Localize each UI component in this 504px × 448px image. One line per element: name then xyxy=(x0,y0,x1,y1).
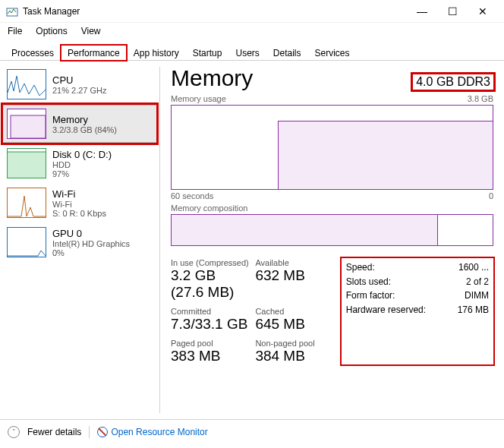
resource-monitor-icon xyxy=(97,427,108,437)
menu-options[interactable]: Options xyxy=(34,24,68,38)
disk-title: Disk 0 (C: D:) xyxy=(52,149,112,160)
gpu-thumbnail-icon xyxy=(7,227,46,257)
available-value: 632 MB xyxy=(255,267,335,284)
sidebar: CPU 21% 2.27 GHz Memory 3.2/3.8 GB (84%) xyxy=(0,61,159,419)
paged-value: 383 MB xyxy=(171,348,250,364)
slots-label: Slots used: xyxy=(346,275,391,289)
available-label: Available xyxy=(255,258,335,267)
disk-sub1: HDD xyxy=(52,160,112,169)
inuse-label: In use (Compressed) xyxy=(171,258,250,267)
usage-label: Memory usage xyxy=(171,94,226,103)
memory-title: Memory xyxy=(52,114,117,125)
gpu-sub2: 0% xyxy=(52,248,130,257)
wifi-sub2: S: 0 R: 0 Kbps xyxy=(52,209,106,218)
sidebar-item-cpu[interactable]: CPU 21% 2.27 GHz xyxy=(3,65,156,103)
cached-value: 645 MB xyxy=(255,316,335,333)
form-label: Form factor: xyxy=(346,289,395,303)
sidebar-item-gpu[interactable]: GPU 0 Intel(R) HD Graphics 0% xyxy=(3,223,156,261)
hw-label: Hardware reserved: xyxy=(346,303,426,317)
body: CPU 21% 2.27 GHz Memory 3.2/3.8 GB (84%) xyxy=(0,61,504,419)
wifi-title: Wi-Fi xyxy=(52,188,106,200)
titlebar: Task Manager — ☐ ✕ xyxy=(0,0,504,23)
committed-value: 7.3/33.1 GB xyxy=(171,316,250,333)
usage-max: 3.8 GB xyxy=(468,94,493,103)
cpu-sub: 21% 2.27 GHz xyxy=(52,86,107,95)
minimize-button[interactable]: — xyxy=(407,5,437,17)
task-manager-icon xyxy=(6,5,18,17)
nonpaged-value: 384 MB xyxy=(255,348,335,364)
form-value: DIMM xyxy=(465,289,489,303)
sidebar-item-memory[interactable]: Memory 3.2/3.8 GB (84%) xyxy=(3,105,156,143)
speed-label: Speed: xyxy=(346,260,375,275)
cpu-title: CPU xyxy=(52,74,107,86)
divider xyxy=(89,426,90,438)
memory-details-box: Speed:1600 ... Slots used:2 of 2 Form fa… xyxy=(342,258,493,364)
gpu-title: GPU 0 xyxy=(52,228,130,239)
chevron-up-icon[interactable]: ˄ xyxy=(8,426,20,438)
disk-thumbnail-icon xyxy=(7,148,46,178)
slots-value: 2 of 2 xyxy=(466,275,489,289)
close-button[interactable]: ✕ xyxy=(468,5,498,17)
cpu-thumbnail-icon xyxy=(7,69,46,99)
open-resource-monitor-link[interactable]: Open Resource Monitor xyxy=(97,427,207,437)
tab-processes[interactable]: Processes xyxy=(5,45,61,61)
tab-startup[interactable]: Startup xyxy=(186,45,229,61)
disk-sub2: 97% xyxy=(52,169,112,178)
tab-services[interactable]: Services xyxy=(308,45,357,61)
page-title: Memory xyxy=(171,65,253,91)
speed-value: 1600 ... xyxy=(458,260,489,275)
nonpaged-label: Non-paged pool xyxy=(255,339,335,348)
svg-rect-2 xyxy=(8,152,46,178)
axis-left: 60 seconds xyxy=(171,191,213,200)
svg-rect-1 xyxy=(11,115,46,138)
paged-label: Paged pool xyxy=(171,339,250,348)
composition-label: Memory composition xyxy=(171,203,247,213)
tab-details[interactable]: Details xyxy=(266,45,308,61)
menu-file[interactable]: File xyxy=(6,24,24,38)
sidebar-item-disk[interactable]: Disk 0 (C: D:) HDD 97% xyxy=(3,144,156,182)
tab-bar: Processes Performance App history Startu… xyxy=(0,41,504,61)
tab-performance[interactable]: Performance xyxy=(61,45,127,61)
menu-view[interactable]: View xyxy=(80,24,102,38)
memory-usage-graph xyxy=(171,105,493,190)
maximize-button[interactable]: ☐ xyxy=(437,5,468,17)
footer: ˄ Fewer details Open Resource Monitor xyxy=(0,419,504,444)
window-title: Task Manager xyxy=(23,6,80,17)
fewer-details-link[interactable]: Fewer details xyxy=(27,427,81,437)
menubar: File Options View xyxy=(0,23,504,39)
sidebar-item-wifi[interactable]: Wi-Fi Wi-Fi S: 0 R: 0 Kbps xyxy=(3,184,156,222)
wifi-sub1: Wi-Fi xyxy=(52,200,106,209)
memory-thumbnail-icon xyxy=(7,109,46,139)
committed-label: Committed xyxy=(171,307,250,316)
cached-label: Cached xyxy=(255,307,335,316)
axis-right: 0 xyxy=(489,191,493,200)
tab-users[interactable]: Users xyxy=(228,45,266,61)
memory-sub: 3.2/3.8 GB (84%) xyxy=(52,125,117,134)
hw-value: 176 MB xyxy=(458,303,489,317)
wifi-thumbnail-icon xyxy=(7,188,46,218)
main-panel: Memory 4.0 GB DDR3 Memory usage 3.8 GB 6… xyxy=(160,61,504,419)
gpu-sub1: Intel(R) HD Graphics xyxy=(52,239,130,248)
ram-installed-label: 4.0 GB DDR3 xyxy=(413,74,493,90)
memory-composition-bar xyxy=(171,214,493,246)
inuse-value: 3.2 GB (27.6 MB) xyxy=(171,267,250,301)
stats-left: In use (Compressed) 3.2 GB (27.6 MB) Ava… xyxy=(171,258,335,364)
tab-app-history[interactable]: App history xyxy=(127,45,186,61)
